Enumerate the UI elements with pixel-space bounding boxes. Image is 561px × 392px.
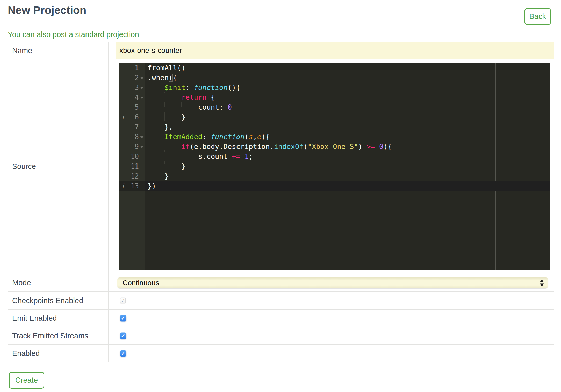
code-line[interactable]: },	[145, 122, 550, 132]
code-token: indexOf	[274, 142, 304, 151]
code-token: function	[194, 83, 228, 91]
editor-code[interactable]: fromAll().when({ $init: function(){ retu…	[145, 63, 550, 270]
page-title: New Projection	[8, 4, 554, 17]
code-token: )	[358, 142, 367, 151]
code-token: }	[148, 113, 185, 121]
code-token: },	[148, 123, 173, 131]
enabled-value-cell: ✓	[109, 345, 554, 362]
code-line[interactable]: }	[145, 112, 550, 122]
mode-select[interactable]: Continuous	[117, 277, 548, 288]
code-line[interactable]: })	[145, 181, 550, 191]
standard-projection-link[interactable]: You can also post a standard projection	[8, 30, 554, 39]
indent-guide	[164, 92, 165, 102]
text-cursor	[157, 182, 157, 190]
code-token: (){	[228, 83, 240, 91]
checkmark-icon: ✓	[121, 315, 125, 320]
line-number: 11	[119, 161, 145, 171]
code-token: :	[202, 133, 211, 141]
info-annotation-icon: i	[122, 112, 124, 122]
checkbox-row-enabled: Enabled✓	[8, 345, 554, 362]
code-line[interactable]: if(e.body.Description.indexOf("Xbox One …	[145, 142, 550, 152]
code-token: (	[244, 133, 249, 141]
track-emitted-streams-value-cell: ✓	[109, 327, 554, 344]
code-token: 0	[228, 103, 232, 111]
code-line[interactable]: count: 0	[145, 102, 550, 112]
mode-value-cell: Continuous	[109, 274, 554, 291]
code-token: (	[169, 74, 173, 82]
code-token: (	[303, 142, 307, 151]
code-token: function	[211, 133, 244, 141]
code-token: ){	[261, 133, 270, 141]
name-input[interactable]	[116, 42, 554, 59]
code-token: count:	[148, 103, 228, 111]
code-token: ,	[253, 133, 257, 141]
code-token: ;	[249, 152, 253, 160]
checkpoints-enabled-label: Checkpoints Enabled	[8, 292, 109, 309]
name-label: Name	[8, 42, 109, 59]
track-emitted-streams-checkbox[interactable]: ✓	[120, 333, 126, 339]
code-token: {	[173, 74, 177, 82]
code-token: {	[207, 93, 215, 101]
checkpoints-enabled-checkbox: ✓	[120, 298, 126, 304]
checkmark-icon: ✓	[121, 298, 125, 303]
code-token: .when	[148, 74, 169, 82]
code-token: }	[148, 172, 169, 180]
checkbox-row-track-emitted-streams: Track Emitted Streams✓	[8, 327, 554, 345]
code-line[interactable]: ItemAdded: function(s,e){	[145, 132, 550, 142]
code-token: return	[181, 93, 207, 101]
gutter-line: i13	[119, 181, 145, 191]
code-line[interactable]: return {	[145, 92, 550, 102]
source-label: Source	[8, 59, 109, 274]
code-token: 0	[379, 142, 383, 151]
mode-label: Mode	[8, 274, 109, 291]
code-line[interactable]: fromAll()	[145, 63, 550, 73]
editor-gutter: 12345i6789101112i13	[119, 63, 145, 270]
code-line[interactable]: .when({	[145, 73, 550, 83]
code-line[interactable]: s.count += 1;	[145, 152, 550, 161]
code-token	[148, 83, 164, 91]
fold-toggle-icon[interactable]	[140, 77, 144, 79]
source-editor[interactable]: 12345i6789101112i13 fromAll().when({ $in…	[119, 63, 550, 270]
code-line[interactable]: }	[145, 161, 550, 171]
name-row: Name	[8, 42, 554, 59]
indent-guide	[164, 161, 165, 171]
code-token: 1	[244, 152, 249, 160]
gutter-line: 12	[119, 171, 145, 181]
new-projection-page: New Projection Back You can also post a …	[0, 4, 561, 389]
source-value-cell: 12345i6789101112i13 fromAll().when({ $in…	[109, 59, 554, 274]
checkbox-row-checkpoints-enabled: Checkpoints Enabled✓	[8, 292, 554, 310]
projection-form-table: Name Source 12345i6789101112i13 fromAll(…	[8, 42, 554, 362]
code-token: s.count	[148, 152, 232, 160]
gutter-line: 8	[119, 132, 145, 142]
mode-selected-value: Continuous	[123, 279, 159, 287]
name-value-cell	[109, 42, 554, 59]
line-number: 7	[119, 122, 145, 132]
indent-guide	[181, 152, 182, 161]
fold-toggle-icon[interactable]	[140, 97, 144, 99]
back-button[interactable]: Back	[524, 8, 551, 25]
code-token: ItemAdded	[164, 133, 202, 141]
gutter-line: 9	[119, 142, 145, 152]
create-button[interactable]: Create	[9, 372, 44, 389]
code-token: s	[249, 133, 253, 141]
gutter-line: 11	[119, 161, 145, 171]
indent-guide	[164, 112, 165, 122]
emit-enabled-checkbox[interactable]: ✓	[120, 315, 126, 322]
code-token: :	[185, 83, 194, 91]
code-token: (e.body.Description.	[190, 142, 274, 151]
code-token: e	[257, 133, 261, 141]
enabled-label: Enabled	[8, 345, 109, 362]
enabled-checkbox[interactable]: ✓	[120, 350, 126, 357]
gutter-line: 7	[119, 122, 145, 132]
checkbox-row-emit-enabled: Emit Enabled✓	[8, 310, 554, 327]
code-line[interactable]: }	[145, 171, 550, 181]
fold-toggle-icon[interactable]	[140, 146, 144, 148]
line-number: 5	[119, 102, 145, 112]
fold-toggle-icon[interactable]	[140, 87, 144, 89]
code-token: })	[148, 182, 156, 190]
code-line[interactable]: $init: function(){	[145, 83, 550, 92]
fold-toggle-icon[interactable]	[140, 136, 144, 138]
select-stepper-icon	[540, 279, 544, 286]
code-token	[375, 142, 379, 151]
checkmark-icon: ✓	[121, 351, 125, 356]
